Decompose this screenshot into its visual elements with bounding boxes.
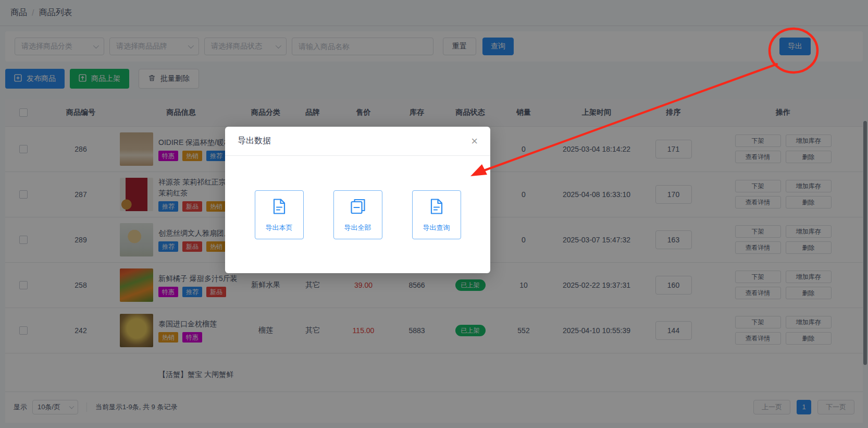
export-all-button[interactable]: 导出全部 (333, 190, 382, 239)
copy-icon (349, 198, 367, 217)
close-icon[interactable]: × (471, 136, 478, 147)
export-modal-body: 导出本页 导出全部 导出查询 (225, 156, 490, 239)
modal-title: 导出数据 (238, 136, 271, 146)
document-icon (428, 198, 445, 217)
export-option-label: 导出本页 (266, 223, 293, 233)
export-query-button[interactable]: 导出查询 (412, 190, 461, 239)
export-current-page-button[interactable]: 导出本页 (255, 190, 304, 239)
export-option-label: 导出全部 (344, 223, 371, 233)
export-modal: 导出数据 × 导出本页 导出全部 (225, 127, 490, 273)
document-icon (270, 198, 288, 217)
export-modal-header: 导出数据 × (225, 127, 490, 156)
export-option-label: 导出查询 (423, 223, 450, 233)
